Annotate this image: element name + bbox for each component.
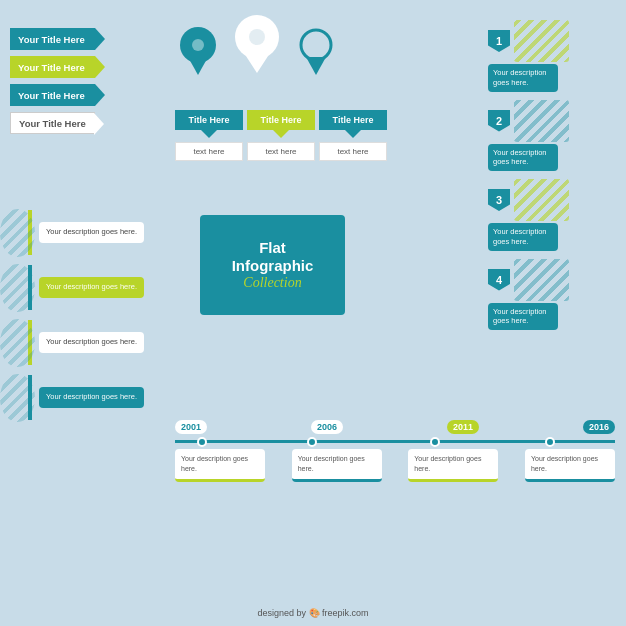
ribbon-2: Your Title Here — [10, 56, 95, 78]
num-badge-2: 2 — [488, 110, 510, 132]
desc-item-2: Your description goes here. — [8, 265, 168, 310]
num-item-2: 2 Your description goes here. — [488, 100, 618, 172]
svg-point-2 — [192, 39, 204, 51]
footer: designed by 🎨 freepik.com — [0, 608, 626, 618]
center-title-2: Infographic — [232, 257, 314, 275]
tab-text-3: text here — [319, 142, 387, 161]
tl-label-2011: 2011 — [447, 420, 479, 434]
ribbon-3: Your Title Here — [10, 84, 95, 106]
tl-dot-3 — [430, 437, 440, 447]
tab-header-2: Title Here — [247, 110, 315, 130]
num-desc-3: Your description goes here. — [488, 223, 558, 251]
num-desc-4: Your description goes here. — [488, 303, 558, 331]
center-title-1: Flat — [259, 239, 286, 257]
timeline-labels: 2001 2006 2011 2016 — [175, 420, 615, 434]
svg-marker-7 — [306, 57, 326, 75]
ribbon-3-label: Your Title Here — [18, 90, 85, 101]
num-badge-3: 3 — [488, 189, 510, 211]
stripes-3 — [514, 179, 569, 221]
ribbon-1: Your Title Here — [10, 28, 95, 50]
map-pin-2 — [234, 15, 280, 75]
num-desc-2: Your description goes here. — [488, 144, 558, 172]
svg-marker-4 — [244, 53, 270, 73]
map-pin-3 — [298, 27, 334, 75]
num-item-4: 4 Your description goes here. — [488, 259, 618, 331]
tab-text-2: text here — [247, 142, 315, 161]
tab-header-1: Title Here — [175, 110, 243, 130]
desc-box-3: Your description goes here. — [39, 332, 144, 353]
tabs-row: Title Here text here Title Here text her… — [175, 110, 387, 161]
num-item-1: 1 Your description goes here. — [488, 20, 618, 92]
tl-card-2: Your description goes here. — [292, 449, 382, 482]
ribbons-column: Your Title Here Your Title Here Your Tit… — [10, 28, 95, 134]
ribbon-2-label: Your Title Here — [18, 62, 85, 73]
svg-point-6 — [301, 30, 331, 60]
tab-item-2: Title Here text here — [247, 110, 315, 161]
tl-card-3: Your description goes here. — [408, 449, 498, 482]
num-item-3: 3 Your description goes here. — [488, 179, 618, 251]
tab-header-3: Title Here — [319, 110, 387, 130]
tab-arrow-2 — [273, 130, 289, 138]
ribbon-1-label: Your Title Here — [18, 34, 85, 45]
tab-arrow-1 — [201, 130, 217, 138]
desc-box-4: Your description goes here. — [39, 387, 144, 408]
stripes-2 — [514, 100, 569, 142]
tl-dot-2 — [307, 437, 317, 447]
map-pins-area — [180, 15, 334, 75]
ribbon-4: Your Title Here — [10, 112, 95, 134]
desc-item-4: Your description goes here. — [8, 375, 168, 420]
tl-label-2016: 2016 — [583, 420, 615, 434]
desc-item-1: Your description goes here. — [8, 210, 168, 255]
tl-label-2006: 2006 — [311, 420, 343, 434]
tab-text-1: text here — [175, 142, 243, 161]
svg-point-5 — [249, 29, 265, 45]
map-pin-1 — [180, 27, 216, 75]
tl-card-1: Your description goes here. — [175, 449, 265, 482]
timeline-cards: Your description goes here. Your descrip… — [175, 449, 615, 482]
tl-card-4: Your description goes here. — [525, 449, 615, 482]
tab-item-1: Title Here text here — [175, 110, 243, 161]
desc-column: Your description goes here. Your descrip… — [8, 210, 168, 420]
stripes-4 — [514, 259, 569, 301]
footer-text: designed by 🎨 freepik.com — [257, 608, 368, 618]
desc-box-2: Your description goes here. — [39, 277, 144, 298]
numbered-column: 1 Your description goes here. 2 Your des… — [488, 20, 618, 330]
desc-box-1: Your description goes here. — [39, 222, 144, 243]
svg-marker-1 — [188, 57, 208, 75]
timeline-area: 2001 2006 2011 2016 Your description goe… — [175, 420, 615, 482]
tab-item-3: Title Here text here — [319, 110, 387, 161]
timeline-line — [175, 440, 615, 443]
num-desc-1: Your description goes here. — [488, 64, 558, 92]
center-subtitle: Collection — [243, 275, 301, 291]
tl-dot-4 — [545, 437, 555, 447]
center-box: Flat Infographic Collection — [200, 215, 345, 315]
tl-dot-1 — [197, 437, 207, 447]
tl-label-2001: 2001 — [175, 420, 207, 434]
desc-item-3: Your description goes here. — [8, 320, 168, 365]
ribbon-4-label: Your Title Here — [19, 118, 86, 129]
tab-arrow-3 — [345, 130, 361, 138]
stripes-1 — [514, 20, 569, 62]
num-badge-1: 1 — [488, 30, 510, 52]
num-badge-4: 4 — [488, 269, 510, 291]
